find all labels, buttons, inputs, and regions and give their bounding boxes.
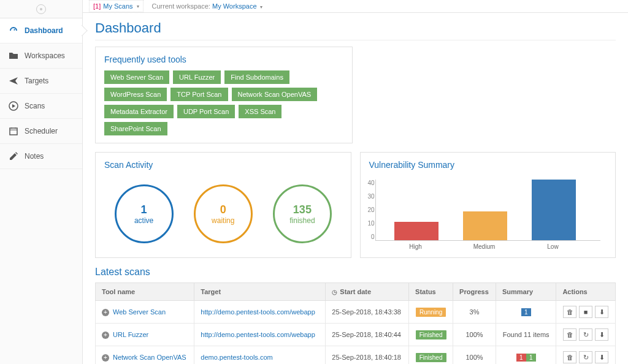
activity-count: 135	[293, 203, 312, 216]
main: [1] My Scans ▾ Current workspace: My Wor…	[83, 0, 628, 364]
xlabel: Low	[531, 243, 575, 250]
download-button[interactable]: ⬇	[595, 306, 608, 318]
col-progress: Progress	[453, 283, 496, 301]
workspace-label: Current workspace:	[152, 2, 210, 10]
target-link[interactable]: demo.pentest-tools.com	[201, 354, 272, 361]
target-link[interactable]: http://demo.pentest-tools.com/webapp	[201, 308, 315, 316]
progress: 3%	[453, 301, 496, 324]
rescan-button[interactable]: ↻	[579, 328, 592, 341]
sidebar-logo	[0, 0, 82, 18]
summary-badge: 1	[526, 354, 536, 362]
panel-frequent-tools: Frequently used tools Web Server ScanURL…	[95, 47, 353, 143]
tool-xss-scan[interactable]: XSS Scan	[239, 105, 281, 118]
sidebar-item-label: Scans	[25, 102, 45, 110]
tab-count: [1]	[93, 2, 101, 10]
panel-title: Frequently used tools	[104, 55, 343, 64]
col-target: Target	[194, 283, 326, 301]
progress: 100%	[453, 324, 496, 346]
sidebar-item-scans[interactable]: Scans	[0, 94, 82, 119]
rescan-button[interactable]: ↻	[579, 351, 592, 363]
activity-active[interactable]: 1 active	[115, 184, 174, 243]
tool-link[interactable]: Web Server Scan	[113, 308, 166, 316]
tool-metadata-extractor[interactable]: Metadata Extractor	[104, 105, 174, 118]
sidebar-item-targets[interactable]: Targets	[0, 69, 82, 94]
calendar-icon	[9, 126, 18, 136]
xlabel: High	[394, 243, 438, 250]
tool-wordpress-scan[interactable]: WordPress Scan	[104, 88, 167, 101]
section-title-latest: Latest scans	[95, 267, 616, 278]
sidebar-item-label: Scheduler	[25, 127, 58, 135]
panel-scan-activity: Scan Activity 1 active 0 waiting 135 fin	[95, 152, 351, 258]
bar-medium	[463, 211, 507, 240]
sidebar-item-dashboard[interactable]: Dashboard	[0, 18, 82, 44]
tool-tcp-port-scan[interactable]: TCP Port Scan	[170, 88, 228, 101]
start-date: 25-Sep-2018, 18:43:38	[326, 301, 409, 324]
panel-vuln-summary: Vulnerability Summary 403020100 HighMedi…	[360, 152, 616, 258]
tool-link[interactable]: URL Fuzzer	[113, 331, 148, 338]
latest-scans-table: Tool name Target ◷Start date Status Prog…	[95, 282, 616, 364]
summary-badge: 1	[516, 354, 526, 362]
sidebar-item-workspaces[interactable]: Workspaces	[0, 44, 82, 69]
expand-icon[interactable]: +	[102, 332, 109, 339]
tool-network-scan-openvas[interactable]: Network Scan OpenVAS	[232, 88, 318, 101]
activity-finished[interactable]: 135 finished	[273, 184, 332, 243]
activity-label: waiting	[212, 216, 234, 225]
download-button[interactable]: ⬇	[595, 328, 608, 341]
status-badge: Running	[416, 308, 446, 317]
page-title: Dashboard	[95, 20, 616, 40]
clock-icon: ◷	[332, 289, 337, 295]
plane-icon	[9, 76, 18, 86]
col-start: ◷Start date	[326, 283, 409, 301]
panel-title: Scan Activity	[104, 160, 342, 170]
sidebar: DashboardWorkspacesTargetsScansScheduler…	[0, 0, 83, 364]
sidebar-item-label: Workspaces	[25, 51, 65, 60]
table-row: +Web Server Scanhttp://demo.pentest-tool…	[96, 301, 616, 324]
col-summary: Summary	[496, 283, 556, 301]
expand-icon[interactable]: +	[102, 354, 109, 362]
trash-button[interactable]: 🗑	[563, 351, 576, 363]
progress: 100%	[453, 346, 496, 365]
tool-link[interactable]: Network Scan OpenVAS	[113, 354, 186, 361]
bar-high	[394, 222, 438, 240]
summary-text: Found 11 items	[503, 331, 550, 338]
stop-button[interactable]: ■	[579, 306, 592, 318]
tab-label: My Scans	[103, 2, 132, 10]
status-badge: Finished	[416, 353, 446, 362]
col-actions: Actions	[556, 283, 616, 301]
activity-count: 0	[220, 203, 226, 216]
workspace-selector[interactable]: Current workspace: My Workspace ▾	[152, 2, 262, 10]
chevron-down-icon: ▾	[137, 4, 139, 9]
activity-waiting[interactable]: 0 waiting	[194, 184, 253, 243]
sidebar-item-notes[interactable]: Notes	[0, 144, 82, 169]
sidebar-item-scheduler[interactable]: Scheduler	[0, 119, 82, 144]
tab-my-scans[interactable]: [1] My Scans ▾	[89, 0, 144, 12]
tool-url-fuzzer[interactable]: URL Fuzzer	[173, 70, 221, 84]
topbar: [1] My Scans ▾ Current workspace: My Wor…	[83, 0, 628, 13]
chevron-down-icon: ▾	[260, 4, 262, 10]
dashboard-icon	[9, 26, 18, 36]
trash-button[interactable]: 🗑	[563, 328, 576, 341]
status-badge: Finished	[416, 330, 446, 339]
target-link[interactable]: http://demo.pentest-tools.com/webapp	[201, 331, 315, 338]
start-date: 25-Sep-2018, 18:40:18	[326, 346, 409, 365]
folder-icon	[9, 51, 18, 61]
tool-find-subdomains[interactable]: Find Subdomains	[224, 70, 289, 84]
sidebar-item-label: Targets	[25, 77, 48, 85]
download-button[interactable]: ⬇	[595, 351, 608, 363]
table-row: +Network Scan OpenVASdemo.pentest-tools.…	[96, 346, 616, 365]
tool-web-server-scan[interactable]: Web Server Scan	[104, 70, 169, 84]
col-tool: Tool name	[96, 283, 194, 301]
tool-udp-port-scan[interactable]: UDP Port Scan	[177, 105, 235, 118]
play-icon	[9, 101, 18, 111]
sidebar-item-label: Notes	[25, 152, 44, 161]
tool-sharepoint-scan[interactable]: SharePoint Scan	[104, 122, 167, 135]
expand-icon[interactable]: +	[102, 309, 109, 316]
vuln-chart: 403020100 HighMediumLow	[369, 176, 607, 250]
trash-button[interactable]: 🗑	[563, 306, 576, 318]
activity-label: finished	[289, 216, 315, 225]
summary-badge: 1	[521, 308, 531, 316]
table-row: +URL Fuzzerhttp://demo.pentest-tools.com…	[96, 324, 616, 346]
workspace-name: My Workspace	[212, 2, 257, 10]
start-date: 25-Sep-2018, 18:40:44	[326, 324, 409, 346]
sidebar-item-label: Dashboard	[25, 26, 63, 35]
